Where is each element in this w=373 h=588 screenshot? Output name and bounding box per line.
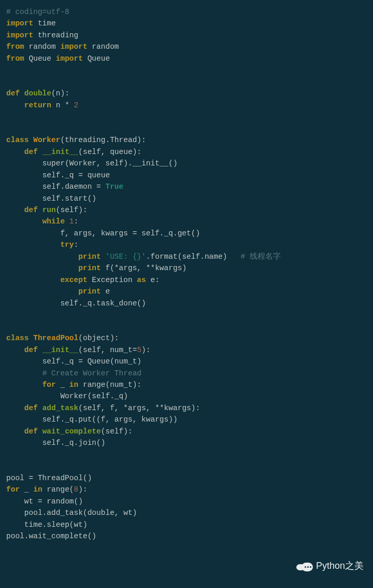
kw: try — [60, 241, 74, 249]
wechat-icon — [296, 559, 313, 573]
code-line: pool = ThreadPool() — [6, 474, 92, 482]
id: _ — [20, 485, 33, 494]
id: random — [88, 43, 119, 51]
code-block: # coding=utf-8 import time import thread… — [6, 6, 367, 542]
kw: print — [78, 253, 101, 261]
kw: return — [24, 101, 51, 109]
id: range(num_t): — [78, 381, 141, 389]
comment: # 线程名字 — [241, 253, 281, 261]
fn-name: __init__ — [42, 148, 79, 156]
id: (self): — [56, 206, 88, 214]
num: 2 — [74, 101, 79, 109]
id: _ — [56, 381, 69, 389]
id: ): — [78, 485, 87, 494]
sp — [38, 148, 42, 156]
cls-name: Worker — [33, 136, 60, 144]
sp — [38, 346, 42, 354]
id: (self, queue): — [78, 148, 141, 156]
indent — [6, 217, 42, 226]
kw: for — [42, 381, 56, 389]
kw: from — [6, 43, 24, 51]
watermark-text: Python之美 — [316, 559, 364, 573]
fn-name: add_task — [42, 404, 79, 412]
code-line: self._q.join() — [6, 439, 105, 447]
num: 1 — [69, 217, 74, 226]
code-line: time.sleep(wt) — [6, 521, 88, 529]
id: (self, f, *args, **kwargs): — [78, 404, 200, 412]
indent — [6, 346, 24, 354]
comment: # Create Worker Thread — [42, 369, 141, 377]
id: threading — [33, 31, 78, 39]
code-line: f, args, kwargs = self._q.get() — [6, 229, 200, 237]
indent — [6, 101, 24, 109]
code-line: Worker(self._q) — [6, 392, 128, 400]
fn-name: double — [24, 89, 51, 97]
kw: def — [24, 404, 38, 412]
kw: in — [33, 485, 42, 494]
id: Queue — [83, 54, 110, 63]
str: 'USE: {}' — [105, 253, 146, 261]
kw: except — [60, 276, 87, 284]
id: range( — [42, 485, 74, 494]
indent — [6, 276, 60, 284]
sp — [29, 334, 34, 342]
indent — [6, 253, 78, 261]
sp — [29, 136, 34, 144]
sp — [38, 206, 42, 214]
id: : — [74, 241, 79, 249]
kw: import — [56, 54, 83, 63]
id: (self, num_t= — [78, 346, 137, 354]
sp — [38, 427, 42, 436]
kw: def — [24, 427, 38, 436]
indent — [6, 264, 78, 272]
kw: def — [24, 206, 38, 214]
kw: import — [6, 31, 33, 39]
id: (object): — [78, 334, 119, 342]
id: f(*args, **kwargs) — [101, 264, 187, 272]
indent — [6, 287, 78, 296]
kw: def — [6, 89, 20, 97]
comment: # coding=utf-8 — [6, 8, 69, 16]
indent — [6, 241, 60, 249]
id: Queue — [24, 54, 56, 63]
code-line: pool.wait_complete() — [6, 532, 96, 540]
id: .format(self.name) — [146, 253, 241, 261]
fn-name: __init__ — [42, 346, 79, 354]
code-line: super(Worker, self).__init__() — [6, 159, 178, 167]
kw: print — [78, 264, 101, 272]
id: e — [101, 287, 110, 296]
id: e: — [146, 276, 160, 284]
indent — [6, 148, 24, 156]
code-line: self._q = queue — [6, 171, 110, 179]
kw: import — [60, 43, 87, 51]
id: : — [74, 217, 79, 226]
paren: (n): — [51, 89, 69, 97]
indent — [6, 427, 24, 436]
bool: True — [105, 183, 123, 191]
sp — [20, 89, 24, 97]
kw: print — [78, 287, 101, 296]
kw: while — [42, 217, 65, 226]
kw: def — [24, 346, 38, 354]
code-line: self._q.put((f, args, kwargs)) — [6, 415, 178, 424]
kw: class — [6, 136, 29, 144]
watermark: Python之美 — [296, 559, 364, 573]
kw: for — [6, 485, 20, 494]
code-line: self.start() — [6, 194, 96, 203]
kw: class — [6, 334, 29, 342]
kw: as — [137, 276, 146, 284]
sp — [65, 217, 69, 226]
cls-name: ThreadPool — [33, 334, 78, 342]
id: ): — [141, 346, 150, 354]
sp — [38, 404, 42, 412]
indent — [6, 206, 24, 214]
num: 5 — [137, 346, 141, 354]
kw: from — [6, 54, 24, 63]
id: (threading.Thread): — [60, 136, 146, 144]
kw: in — [69, 381, 78, 389]
id: time — [33, 19, 56, 27]
id: (self): — [101, 427, 133, 436]
fn-name: run — [42, 206, 56, 214]
code-line: self._q.task_done() — [6, 299, 146, 307]
id: Exception — [88, 276, 137, 284]
